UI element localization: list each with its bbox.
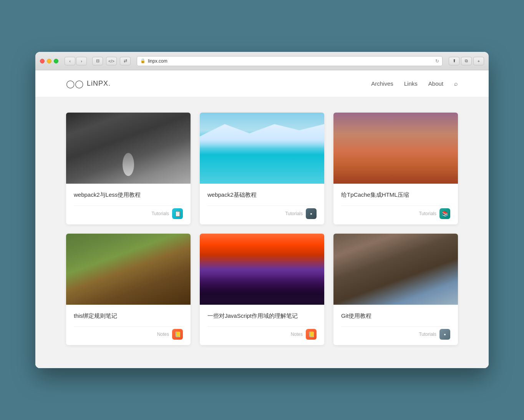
card-4-title: this绑定规则笔记	[74, 312, 183, 320]
card-4-image	[66, 234, 191, 305]
share-button[interactable]: ⬆	[449, 57, 459, 65]
notes-icon: 📒	[174, 331, 181, 337]
nav-about[interactable]: About	[428, 80, 443, 87]
new-tab-button[interactable]: +	[473, 57, 484, 65]
card-3-footer: Tutorials 📚	[341, 206, 450, 219]
ssl-lock-icon: 🔒	[140, 58, 146, 63]
card-3-image	[333, 113, 458, 184]
card-6-category: Tutorials	[419, 332, 436, 337]
card-5-footer: Notes 📒	[207, 326, 317, 340]
card-2[interactable]: webpack2基础教程 Tutorials ▪	[200, 113, 324, 224]
browser-titlebar: ‹ › ⊟ </> ⇄ 🔒 linpx.com ↻ ⬆ ⧉ +	[35, 52, 489, 70]
extensions-button[interactable]: ⇄	[120, 57, 131, 65]
tutorials-icon: ▪	[310, 211, 312, 217]
card-6[interactable]: Git使用教程 Tutorials ▪	[333, 234, 458, 345]
card-3-title: 给TpCache集成HTML压缩	[341, 191, 450, 199]
card-2-category: Tutorials	[285, 211, 303, 216]
card-6-body: Git使用教程 Tutorials ▪	[333, 305, 458, 345]
address-bar[interactable]: 🔒 linpx.com ↻	[137, 56, 443, 66]
card-6-title: Git使用教程	[341, 312, 450, 320]
card-4-footer: Notes 📒	[74, 326, 183, 340]
card-2-image	[200, 113, 324, 184]
close-button[interactable]	[40, 59, 45, 63]
search-icon[interactable]: ⌕	[454, 80, 458, 87]
page-content: ◯◯ LiNPX. Archives Links About ⌕ webpack…	[35, 70, 489, 368]
cards-grid: webpack2与Less使用教程 Tutorials 📋 webpack2基础	[66, 113, 458, 345]
nav-links[interactable]: Links	[404, 80, 418, 87]
card-5-icon: 📒	[306, 329, 317, 340]
tab-overview-button[interactable]: ⊟	[92, 57, 103, 65]
site-nav: Archives Links About ⌕	[371, 80, 458, 87]
traffic-lights	[40, 59, 58, 63]
card-1-title: webpack2与Less使用教程	[74, 191, 183, 199]
card-2-body: webpack2基础教程 Tutorials ▪	[200, 184, 324, 224]
main-content: webpack2与Less使用教程 Tutorials 📋 webpack2基础	[35, 97, 489, 368]
card-2-title: webpack2基础教程	[207, 191, 317, 199]
site-logo[interactable]: ◯◯ LiNPX.	[66, 79, 111, 88]
logo-text: LiNPX.	[87, 80, 111, 88]
logo-glasses-icon: ◯◯	[66, 79, 84, 88]
card-5-body: 一些对JavaScript作用域的理解笔记 Notes 📒	[200, 305, 324, 345]
card-5-title: 一些对JavaScript作用域的理解笔记	[207, 312, 317, 320]
devtools-button[interactable]: </>	[106, 57, 117, 65]
card-2-icon: ▪	[306, 208, 317, 219]
card-2-footer: Tutorials ▪	[207, 206, 317, 219]
card-1-body: webpack2与Less使用教程 Tutorials 📋	[66, 184, 191, 224]
card-1-footer: Tutorials 📋	[74, 206, 183, 219]
card-6-icon: ▪	[439, 329, 450, 340]
card-4-body: this绑定规则笔记 Notes 📒	[66, 305, 191, 345]
card-5-image	[200, 234, 324, 305]
reload-button[interactable]: ↻	[435, 58, 439, 64]
tutorials-icon: ▪	[444, 331, 446, 337]
card-3-icon: 📚	[439, 208, 450, 219]
card-3[interactable]: 给TpCache集成HTML压缩 Tutorials 📚	[333, 113, 458, 224]
maximize-button[interactable]	[54, 59, 58, 63]
card-1-image	[66, 113, 191, 184]
nav-archives[interactable]: Archives	[371, 80, 393, 87]
card-6-image	[333, 234, 458, 305]
browser-nav-buttons: ‹ ›	[65, 57, 87, 65]
forward-button[interactable]: ›	[76, 57, 87, 65]
card-3-body: 给TpCache集成HTML压缩 Tutorials 📚	[333, 184, 458, 224]
card-4-icon: 📒	[172, 329, 183, 340]
card-1-category: Tutorials	[151, 211, 169, 216]
browser-window: ‹ › ⊟ </> ⇄ 🔒 linpx.com ↻ ⬆ ⧉ + ◯◯ LiNPX…	[35, 52, 489, 368]
tab-button[interactable]: ⧉	[461, 57, 472, 65]
back-button[interactable]: ‹	[65, 57, 75, 65]
card-1[interactable]: webpack2与Less使用教程 Tutorials 📋	[66, 113, 191, 224]
card-4[interactable]: this绑定规则笔记 Notes 📒	[66, 234, 191, 345]
card-1-icon: 📋	[172, 208, 183, 219]
minimize-button[interactable]	[47, 59, 51, 63]
card-4-category: Notes	[157, 332, 169, 337]
toolbar-right: ⬆ ⧉ +	[449, 57, 484, 65]
card-3-category: Tutorials	[419, 211, 436, 216]
card-5[interactable]: 一些对JavaScript作用域的理解笔记 Notes 📒	[200, 234, 324, 345]
card-6-footer: Tutorials ▪	[341, 326, 450, 340]
tutorials-icon: 📚	[442, 211, 448, 217]
url-text: linpx.com	[148, 58, 167, 64]
notes-icon: 📒	[308, 331, 315, 337]
site-header: ◯◯ LiNPX. Archives Links About ⌕	[35, 70, 489, 97]
tutorials-icon: 📋	[174, 211, 181, 217]
card-5-category: Notes	[291, 332, 303, 337]
